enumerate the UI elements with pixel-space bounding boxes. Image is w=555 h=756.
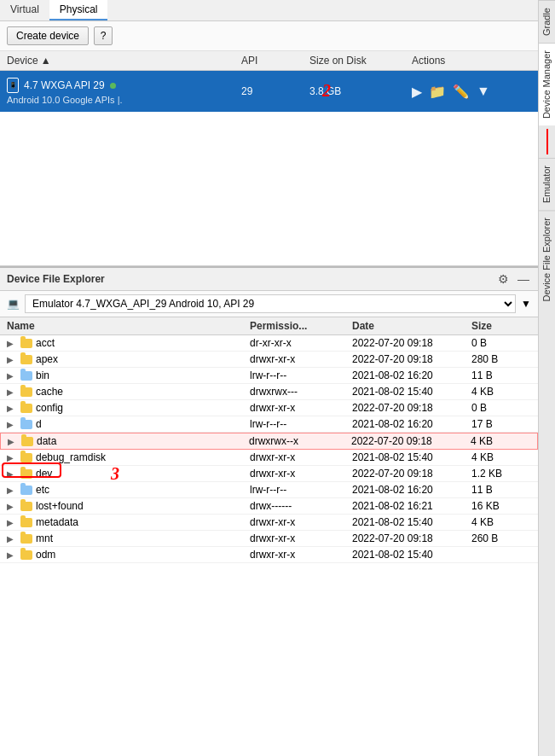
expand-arrow-icon[interactable]: ▶ — [7, 355, 17, 364]
settings-icon[interactable]: ⚙ — [496, 272, 511, 286]
file-name-cell: ▶ metadata — [7, 516, 250, 528]
folder-icon — [20, 469, 32, 479]
device-name-top: 📱 4.7 WXGA API 29 — [7, 78, 241, 93]
file-row[interactable]: ▶ mnt drwxr-xr-x 2022-07-20 09:18 260 B — [0, 531, 538, 547]
right-sidebar: Gradle Device Manager Emulator Device Fi… — [538, 0, 555, 756]
expand-arrow-icon[interactable]: ▶ — [7, 339, 17, 348]
file-row[interactable]: ▶ odm drwxr-xr-x 2021-08-02 15:40 — [0, 547, 538, 563]
device-select-dropdown[interactable]: Emulator 4.7_WXGA_API_29 Android 10, API… — [25, 294, 516, 313]
file-date: 2021-08-02 15:40 — [352, 516, 471, 528]
expand-arrow-icon[interactable]: ▶ — [7, 469, 17, 479]
expand-arrow-icon[interactable]: ▶ — [7, 453, 17, 462]
file-name-cell: ▶ odm — [7, 549, 250, 561]
dfe-panel: Device File Explorer ⚙ — 💻 Emulator 4.7_… — [0, 266, 538, 756]
tab-virtual[interactable]: Virtual — [0, 0, 49, 20]
file-row[interactable]: ▶ d lrw-r--r-- 2021-08-02 16:20 17 B — [0, 416, 538, 433]
file-name-label: lost+found — [36, 500, 84, 512]
file-name-label: mnt — [36, 532, 53, 544]
file-size: 11 B — [471, 369, 531, 381]
file-row[interactable]: ▶ lost+found drwx------ 2021-08-02 16:21… — [0, 498, 538, 515]
file-size: 11 B — [471, 484, 531, 496]
dfe-header: Device File Explorer ⚙ — — [0, 268, 538, 291]
file-name-label: acct — [36, 337, 55, 349]
file-row[interactable]: ▶ debug_ramdisk drwxr-xr-x 2021-08-02 15… — [0, 450, 538, 466]
file-name-label: cache — [36, 386, 63, 398]
expand-arrow-icon[interactable]: ▶ — [7, 486, 17, 495]
file-size: 1.2 KB — [471, 468, 531, 480]
file-name-label: d — [36, 418, 42, 430]
file-name-label: etc — [36, 484, 49, 496]
folder-icon — [20, 404, 32, 413]
sidebar-tab-gradle[interactable]: Gradle — [539, 0, 555, 43]
file-name-label: metadata — [36, 516, 78, 528]
device-api-value: 29 — [241, 85, 309, 97]
device-phone-icon: 📱 — [7, 78, 19, 93]
file-perm: lrw-r--r-- — [250, 418, 352, 430]
size-col-header: Size on Disk — [309, 55, 412, 67]
file-row[interactable]: ▶ bin lrw-r--r-- 2021-08-02 16:20 11 B — [0, 368, 538, 384]
avd-panel: Virtual Physical Create device ? Device … — [0, 0, 538, 266]
sidebar-tab-emulator[interactable]: Emulator — [539, 158, 555, 210]
file-row[interactable]: ▶ config drwxr-xr-x 2022-07-20 09:18 0 B — [0, 400, 538, 416]
expand-arrow-icon[interactable]: ▶ — [7, 420, 17, 429]
file-perm: drwxr-xr-x — [250, 468, 352, 480]
expand-arrow-icon[interactable]: ▶ — [7, 550, 17, 560]
expand-arrow-icon[interactable]: ▶ — [8, 437, 18, 446]
folder-icon — [20, 550, 32, 560]
edit-icon[interactable]: ✏️ — [453, 84, 470, 100]
folder-icon — [20, 355, 32, 364]
dfe-title: Device File Explorer — [7, 273, 105, 285]
file-row[interactable]: ▶ apex drwxr-xr-x 2022-07-20 09:18 280 B — [0, 352, 538, 368]
file-row[interactable]: ▶ etc lrw-r--r-- 2021-08-02 16:20 11 B — [0, 482, 538, 498]
folder-icon — [20, 453, 32, 462]
play-icon[interactable]: ▶ — [412, 84, 422, 100]
file-size: 260 B — [471, 532, 531, 544]
file-table-body: ▶ acct dr-xr-xr-x 2022-07-20 09:18 0 B ▶… — [0, 335, 538, 756]
file-date: 2021-08-02 15:40 — [352, 451, 471, 463]
file-row[interactable]: ▶ metadata drwxr-xr-x 2021-08-02 15:40 4… — [0, 515, 538, 531]
file-date: 2022-07-20 09:18 — [352, 402, 471, 414]
main-content: Virtual Physical Create device ? Device … — [0, 0, 538, 756]
file-size: 0 B — [471, 402, 531, 414]
device-row[interactable]: 📱 4.7 WXGA API 29 Android 10.0 Google AP… — [0, 71, 538, 112]
file-name-cell: ▶ mnt — [7, 532, 250, 544]
file-icon[interactable]: 📁 — [429, 84, 446, 100]
file-size: 4 KB — [471, 516, 531, 528]
expand-arrow-icon[interactable]: ▶ — [7, 371, 17, 381]
expand-arrow-icon[interactable]: ▶ — [7, 518, 17, 527]
file-size: 4 KB — [471, 435, 530, 447]
folder-icon — [21, 437, 33, 446]
sidebar-tab-dfe[interactable]: Device File Explorer — [539, 210, 555, 308]
file-date: 2021-08-02 16:21 — [352, 500, 471, 512]
file-date: 2021-08-02 16:20 — [352, 418, 471, 430]
file-row[interactable]: ▶ dev drwxr-xr-x 2022-07-20 09:18 1.2 KB — [0, 466, 538, 482]
file-row[interactable]: ▶ cache drwxrwx--- 2021-08-02 15:40 4 KB — [0, 384, 538, 400]
dropdown-icon[interactable]: ▼ — [477, 84, 490, 99]
size-col-header: Size — [471, 320, 531, 332]
expand-arrow-icon[interactable]: ▶ — [7, 502, 17, 511]
expand-arrow-icon[interactable]: ▶ — [7, 534, 17, 544]
file-perm: drwx------ — [250, 500, 352, 512]
create-device-button[interactable]: Create device — [7, 26, 89, 45]
link-folder-icon — [20, 371, 32, 381]
file-name-cell: ▶ config — [7, 402, 250, 414]
file-name-cell: ▶ bin — [7, 369, 250, 381]
file-size: 0 B — [471, 337, 531, 349]
expand-arrow-icon[interactable]: ▶ — [7, 387, 17, 397]
sidebar-tab-device-manager[interactable]: Device Manager — [539, 43, 555, 125]
dropdown-chevron-icon: ▼ — [521, 298, 531, 310]
file-name-label: odm — [36, 549, 55, 561]
file-name-cell: ▶ dev — [7, 468, 250, 480]
device-subtitle: Android 10.0 Google APIs |. — [7, 95, 241, 105]
tab-physical[interactable]: Physical — [49, 0, 108, 20]
minimize-icon[interactable]: — — [516, 272, 531, 286]
file-row[interactable]: ▶ data drwxrwx--x 2022-07-20 09:18 4 KB — [0, 433, 538, 450]
file-date: 2022-07-20 09:18 — [352, 468, 471, 480]
file-perm: drwxr-xr-x — [250, 451, 352, 463]
file-row[interactable]: ▶ acct dr-xr-xr-x 2022-07-20 09:18 0 B — [0, 335, 538, 352]
device-selector: 💻 Emulator 4.7_WXGA_API_29 Android 10, A… — [0, 291, 538, 317]
help-button[interactable]: ? — [94, 26, 113, 45]
file-name-cell: ▶ data — [8, 435, 249, 447]
expand-arrow-icon[interactable]: ▶ — [7, 404, 17, 413]
file-name-cell: ▶ debug_ramdisk — [7, 451, 250, 463]
